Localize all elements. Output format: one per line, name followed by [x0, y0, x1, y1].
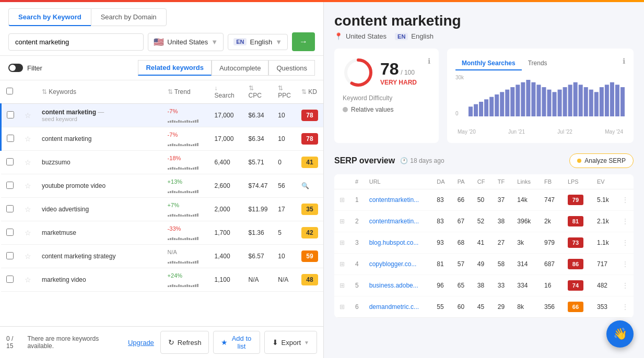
chat-bubble[interactable]: 👋 [606, 320, 634, 348]
star-icon[interactable]: ☆ [25, 229, 31, 237]
svg-rect-10 [505, 90, 509, 116]
row-cpc-cell: $6.34 [243, 104, 273, 127]
expand-icon[interactable]: ⊞ [339, 282, 345, 289]
col-header-search[interactable]: ↓ Search [209, 80, 243, 104]
col-header-ppc[interactable]: ⇅ PPC [273, 80, 296, 104]
trend-bars [168, 280, 204, 287]
row-checkbox[interactable] [6, 182, 14, 189]
row-search-cell: 2,600 [209, 174, 243, 198]
row-checkbox[interactable] [6, 229, 14, 236]
serp-row: ⊞ 3 blog.hubspot.co... 93 68 41 27 3k 97… [334, 232, 634, 254]
col-header-cpc[interactable]: ⇅ CPC [243, 80, 273, 104]
country-select[interactable]: 🇺🇸 United States ▼ [148, 33, 224, 51]
col-header-kd[interactable]: ⇅ KD [296, 80, 323, 104]
upgrade-link[interactable]: Upgrade [128, 339, 154, 347]
serp-more-icon[interactable]: ⋮ [622, 239, 628, 246]
kd-search-icon[interactable]: 🔍 [301, 182, 309, 189]
keyword-text[interactable]: content marketing [42, 135, 157, 142]
row-trend-cell: -7% [162, 104, 209, 127]
table-row: ☆ video advertising +7% 2,000 $11.99 17 … [1, 198, 324, 221]
difficulty-label: VERY HARD [380, 79, 417, 86]
search-input[interactable] [8, 33, 144, 51]
serp-more-icon[interactable]: ⋮ [622, 260, 628, 268]
serp-th-num: # [350, 174, 364, 189]
row-checkbox[interactable] [7, 111, 14, 118]
star-icon[interactable]: ☆ [25, 135, 31, 143]
serp-url-link[interactable]: demandmetric.c... [369, 303, 419, 311]
tab-search-keyword[interactable]: Search by Keyword [8, 8, 91, 26]
row-checkbox[interactable] [6, 276, 14, 283]
expand-icon[interactable]: ⊞ [339, 303, 345, 311]
serp-url-link[interactable]: contentmarketi​n... [369, 218, 419, 225]
filter-toggle[interactable]: Filter [8, 64, 42, 72]
col-header-keywords[interactable]: ⇅ Keywords [37, 80, 162, 104]
chart-info-icon[interactable]: ℹ [623, 57, 625, 65]
serp-more-icon[interactable]: ⋮ [622, 196, 628, 204]
row-checkbox-cell [1, 127, 20, 151]
keyword-text[interactable]: content marketing — [42, 109, 157, 116]
trend-pct: -33% [168, 225, 204, 232]
expand-icon[interactable]: ⊞ [339, 239, 345, 246]
star-icon[interactable]: ☆ [25, 276, 31, 284]
serp-tf-cell: 37 [493, 189, 512, 211]
serp-more-icon[interactable]: ⋮ [622, 303, 628, 311]
select-all-checkbox[interactable] [6, 88, 13, 94]
export-button[interactable]: ⬇ Export ▼ [264, 331, 317, 354]
add-to-list-button[interactable]: ★ Add to list [213, 331, 260, 354]
serp-more-icon[interactable]: ⋮ [622, 282, 628, 289]
star-icon[interactable]: ☆ [25, 205, 31, 213]
language-select[interactable]: EN English ▼ [228, 34, 288, 50]
serp-url-link[interactable]: contentmarketi​n... [369, 196, 419, 204]
keyword-text[interactable]: video advertising [42, 206, 157, 213]
star-icon[interactable]: ☆ [25, 252, 31, 260]
table-header-row: ⇅ Keywords ⇅ Trend ↓ Search ⇅ [1, 80, 324, 104]
serp-num-cell: 5 [350, 275, 364, 296]
toggle-switch[interactable] [8, 64, 23, 72]
serp-url-link[interactable]: copyblogger.co... [369, 260, 417, 268]
keyword-text[interactable]: buzzsumo [42, 159, 157, 166]
serp-th-tf: TF [493, 174, 512, 189]
filter-btn-questions[interactable]: Questions [268, 60, 315, 76]
col-header-trend[interactable]: ⇅ Trend [162, 80, 209, 104]
serp-lps-cell: 74 [563, 275, 592, 296]
serp-fb-cell: 687 [539, 254, 563, 275]
serp-num-cell: 6 [350, 296, 364, 318]
serp-url-link[interactable]: business.adobe... [369, 282, 418, 289]
serp-url-link[interactable]: blog.hubspot.co... [369, 239, 419, 246]
expand-icon[interactable]: ⊞ [339, 196, 345, 204]
relative-values: Relative values [343, 106, 430, 113]
serp-more-icon[interactable]: ⋮ [622, 218, 628, 225]
serp-ev-cell: 5.1k [592, 189, 617, 211]
svg-rect-5 [479, 102, 483, 116]
row-checkbox[interactable] [7, 135, 14, 142]
expand-icon[interactable]: ⊞ [339, 260, 345, 268]
row-trend-cell: -33% [162, 221, 209, 245]
star-icon[interactable]: ☆ [25, 182, 31, 190]
row-ppc-cell: 17 [273, 198, 296, 221]
chart-tab-trends[interactable]: Trends [522, 57, 554, 70]
tab-search-domain[interactable]: Search by Domain [91, 8, 167, 26]
filter-btn-autocomplete[interactable]: Autocomplete [212, 60, 269, 76]
country-label: United States [167, 38, 208, 46]
trend-pct: +24% [168, 272, 204, 279]
keyword-text[interactable]: youtube promote video [42, 182, 157, 189]
star-icon[interactable]: ☆ [25, 111, 31, 120]
left-panel: Search by Keyword Search by Domain 🇺🇸 Un… [0, 2, 324, 358]
row-checkbox[interactable] [6, 158, 14, 165]
trend-pct: +13% [168, 178, 204, 185]
analyze-serp-button[interactable]: Analyze SERP [569, 153, 634, 168]
chart-tab-monthly[interactable]: Monthly Searches [455, 57, 522, 70]
keyword-text[interactable]: marketing video [42, 276, 157, 283]
refresh-button[interactable]: ↻ Refresh [160, 331, 209, 354]
star-icon[interactable]: ☆ [25, 158, 31, 166]
expand-icon[interactable]: ⊞ [339, 218, 345, 225]
serp-url-cell: copyblogger.co... [364, 254, 432, 275]
difficulty-info-icon[interactable]: ℹ [428, 57, 430, 65]
keyword-text[interactable]: content marketing strategy [42, 253, 157, 260]
row-search-cell: 1,100 [209, 268, 243, 292]
search-go-button[interactable]: → [292, 32, 315, 51]
keyword-text[interactable]: marketmuse [42, 229, 157, 236]
row-checkbox[interactable] [6, 205, 14, 212]
row-checkbox[interactable] [6, 252, 14, 259]
filter-btn-related[interactable]: Related keywords [138, 60, 212, 76]
